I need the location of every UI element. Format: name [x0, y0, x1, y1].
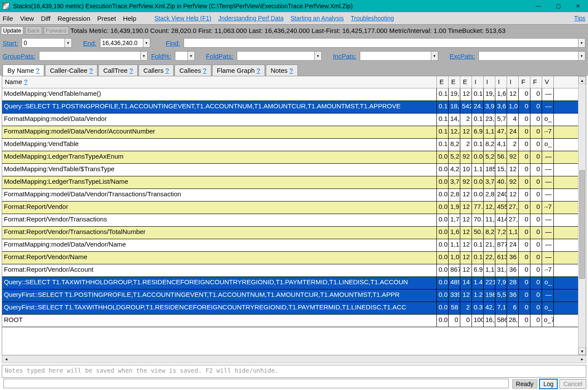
cell-c6: 15,	[495, 164, 507, 176]
excpats-label[interactable]: ExcPats:	[449, 52, 475, 60]
scroll-down-icon[interactable]: ▾	[578, 347, 586, 355]
grouppats-input[interactable]	[39, 51, 141, 61]
link-starting[interactable]: Starting an Analysis	[291, 15, 344, 22]
cell-c4: 6.9	[472, 264, 484, 276]
header-c5[interactable]: I	[484, 76, 495, 88]
table-row[interactable]: Format:Report/Vendor/Name0.01,0120.122,6…	[2, 252, 578, 264]
command-input[interactable]	[3, 379, 509, 388]
scroll-right-icon[interactable]: ▸	[578, 357, 586, 361]
excpats-dropdown-icon[interactable]: ▾	[578, 51, 585, 61]
cell-c5: 11,	[484, 214, 495, 226]
notes-input[interactable]: Notes typed here will be saved when the …	[2, 365, 586, 378]
tab-byname[interactable]: By Name ?	[3, 65, 44, 76]
back-button[interactable]: Back	[25, 26, 42, 35]
header-c9[interactable]: F	[530, 76, 542, 88]
table-row[interactable]: Query::SELECT T1.TAXWITHHOLDGROUP,T1.RES…	[2, 277, 578, 289]
cell-c4: 0.1	[472, 239, 484, 251]
table-row[interactable]: FormatMapping:model/Data/Vendor/Transact…	[2, 189, 578, 202]
menu-view[interactable]: View	[20, 15, 34, 22]
header-c10[interactable]: V	[542, 76, 554, 88]
tab-callees[interactable]: Callees ?	[174, 65, 211, 76]
table-row[interactable]: QueryFirst::SELECT T1.POSTINGPROFILE,T1.…	[2, 289, 578, 302]
close-button[interactable]: ✕	[568, 0, 588, 12]
header-c4[interactable]: I	[472, 76, 484, 88]
table-row[interactable]: FormatMapping:model/Data/Vendor/AccountN…	[2, 126, 578, 139]
table-row[interactable]: ModelMapping:VendTable/$TransType0.04,21…	[2, 164, 578, 176]
scroll-up-icon[interactable]: ▴	[578, 76, 586, 84]
cancel-button[interactable]: Cancel	[559, 379, 586, 389]
table-row[interactable]: Format:Report/Vendor/Account0.0867126.91…	[2, 264, 578, 277]
header-c8[interactable]: F	[519, 76, 530, 88]
menu-help[interactable]: Help	[123, 15, 136, 22]
cell-c5: 22,	[484, 252, 495, 264]
find-input[interactable]	[184, 38, 578, 48]
start-label[interactable]: Start:	[3, 39, 18, 47]
minimize-button[interactable]: —	[528, 0, 548, 12]
cell-c3: 12	[460, 214, 472, 226]
incpats-dropdown-icon[interactable]: ▾	[431, 51, 438, 61]
log-button[interactable]: Log	[539, 379, 558, 389]
link-tips[interactable]: Tips	[574, 15, 585, 22]
maximize-button[interactable]: ▢	[548, 0, 568, 12]
end-input[interactable]	[100, 38, 143, 48]
tab-calltree[interactable]: CallTree ?	[98, 65, 138, 76]
tab-callercallee[interactable]: Caller-Callee ?	[45, 65, 97, 76]
cell-c10: o_	[542, 114, 554, 126]
find-dropdown-icon[interactable]: ▾	[578, 38, 585, 48]
foldpats-label[interactable]: FoldPats:	[206, 52, 233, 60]
link-understanding[interactable]: Jnderstanding Perf Data	[218, 15, 284, 22]
link-troubleshooting[interactable]: Troubleshooting	[351, 15, 394, 22]
table-row[interactable]: Format:Report/Vendor/Transactions0.01,71…	[2, 214, 578, 227]
table-row[interactable]: ModelMapping:VendTable0.18,220.18,24,120…	[2, 139, 578, 151]
incpats-input[interactable]	[360, 51, 431, 61]
end-dropdown-icon[interactable]: ▾	[143, 38, 150, 48]
table-row[interactable]: Query::SELECT T1.POSTINGPROFILE,T1.ACCOU…	[2, 101, 578, 114]
header-c2[interactable]: E	[449, 76, 460, 88]
table-row[interactable]: FormatMapping:model/Data/Vendor/Name0.01…	[2, 239, 578, 252]
scroll-thumb[interactable]	[579, 170, 585, 279]
tab-flamegraph[interactable]: Flame Graph ?	[212, 65, 265, 76]
table-row[interactable]: Format:Report/Vendor0.01,91277.12,45527,…	[2, 202, 578, 214]
incpats-label[interactable]: IncPats:	[333, 52, 356, 60]
cell-c9: 0	[530, 114, 542, 126]
tab-notes[interactable]: Notes ?	[266, 65, 298, 76]
update-button[interactable]: Update	[1, 26, 23, 35]
table-row[interactable]: ROOT0.00010016,58628,00o_7	[2, 315, 578, 327]
table-row[interactable]: ModelMapping:LedgerTransTypeList/Name0.0…	[2, 176, 578, 189]
start-input[interactable]	[22, 38, 65, 48]
header-c7[interactable]: I	[507, 76, 519, 88]
cell-c8: 0	[519, 239, 530, 251]
find-label[interactable]: Find:	[166, 39, 180, 47]
vertical-scrollbar[interactable]: ▴ ▾	[578, 76, 586, 355]
header-c6[interactable]: I	[495, 76, 507, 88]
table-row[interactable]: ModelMapping:LedgerTransTypeAxEnum0.05,2…	[2, 151, 578, 164]
horizontal-scrollbar[interactable]: ◂ ▸	[2, 355, 586, 363]
foldpct-dropdown-icon[interactable]: ▾	[188, 51, 195, 61]
table-row[interactable]: FormatMapping:model/Data/Vendor0.114,20.…	[2, 114, 578, 126]
table-row[interactable]: ModelMapping:VendTable/name()0.119,120.1…	[2, 88, 578, 101]
end-label[interactable]: End:	[83, 39, 97, 47]
foldpats-input[interactable]	[237, 51, 315, 61]
menu-file[interactable]: File	[3, 15, 13, 22]
cell-c1: 0.0	[437, 277, 449, 289]
foldpct-input[interactable]	[175, 51, 188, 61]
table-row[interactable]: Format:Report/Vendor/Transactions/TotalN…	[2, 227, 578, 239]
foldpct-label[interactable]: Fold%:	[151, 52, 171, 60]
table-row[interactable]: QueryFirst::SELECT T1.TAXWITHHOLDGROUP,T…	[2, 302, 578, 315]
forward-button[interactable]: Forward	[44, 26, 69, 35]
header-name[interactable]: Name ?	[2, 76, 437, 88]
excpats-input[interactable]	[478, 51, 578, 61]
start-dropdown-icon[interactable]: ▾	[65, 38, 72, 48]
header-c3[interactable]: E	[460, 76, 472, 88]
header-c1[interactable]: E	[437, 76, 449, 88]
menu-preset[interactable]: Preset	[97, 15, 116, 22]
foldpats-dropdown-icon[interactable]: ▾	[315, 51, 322, 61]
menu-regression[interactable]: Regression	[58, 15, 90, 22]
tab-callers[interactable]: Callers ?	[139, 65, 174, 76]
grouppats-label[interactable]: GroupPats:	[3, 52, 36, 60]
link-stack-help[interactable]: Stack View Help (F1)	[155, 15, 211, 22]
scroll-left-icon[interactable]: ◂	[2, 357, 10, 361]
cell-name: FormatMapping:model/Data/Vendor	[2, 114, 437, 126]
menu-diff[interactable]: Diff	[41, 15, 50, 22]
grouppats-dropdown-icon[interactable]: ▾	[141, 51, 148, 61]
